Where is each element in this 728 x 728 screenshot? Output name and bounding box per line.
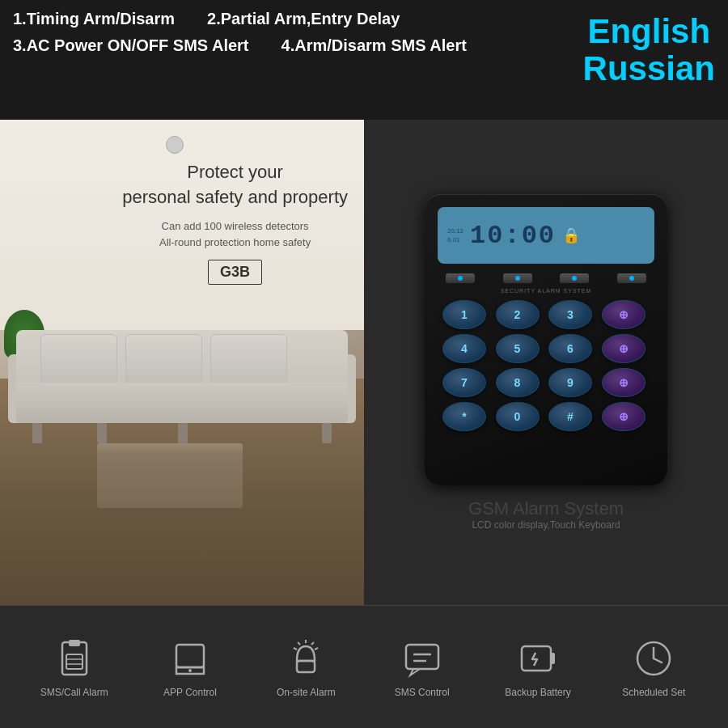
language-russian: Russian bbox=[583, 50, 715, 87]
sim-icon bbox=[52, 636, 96, 680]
ctrl-btn-4[interactable] bbox=[617, 273, 646, 283]
key-5[interactable]: 5 bbox=[496, 334, 540, 363]
svg-rect-18 bbox=[551, 653, 555, 664]
tablet-icon bbox=[167, 636, 212, 680]
room-text-overlay: Protect your personal safety and propert… bbox=[122, 160, 348, 285]
key-0[interactable]: 0 bbox=[496, 402, 540, 431]
feature-backup-battery: Backup Battery bbox=[489, 636, 586, 698]
svg-rect-5 bbox=[176, 645, 204, 667]
feature-3: 3.AC Power ON/OFF SMS Alert bbox=[13, 36, 249, 55]
key-7[interactable]: 7 bbox=[442, 368, 486, 397]
svg-rect-8 bbox=[297, 661, 315, 672]
svg-line-21 bbox=[654, 658, 662, 662]
backup-battery-label: Backup Battery bbox=[505, 687, 570, 698]
control-buttons bbox=[438, 273, 654, 283]
alarm-system-title: GSM Alarm System bbox=[468, 498, 624, 519]
key-2[interactable]: 2 bbox=[496, 300, 540, 329]
svg-line-12 bbox=[315, 648, 318, 650]
main-content: Protect your personal safety and propert… bbox=[0, 120, 728, 605]
room-tagline: Protect your personal safety and propert… bbox=[122, 160, 348, 210]
key-8[interactable]: 8 bbox=[496, 368, 540, 397]
alarm-device: 20.12 6.01 10:00 🔒 SECURITY ALARM SYSTEM… bbox=[425, 194, 667, 485]
svg-rect-1 bbox=[69, 640, 80, 646]
svg-line-13 bbox=[294, 648, 297, 650]
svg-rect-14 bbox=[406, 645, 438, 669]
coffee-table bbox=[97, 443, 243, 508]
sofa-seat bbox=[16, 383, 348, 423]
key-func3[interactable]: ⊕ bbox=[602, 368, 645, 397]
svg-line-10 bbox=[311, 642, 314, 645]
key-4[interactable]: 4 bbox=[442, 334, 486, 363]
room-subtitle: Can add 100 wireless detectors All-round… bbox=[122, 218, 348, 252]
feature-onsite-alarm: On-site Alarm bbox=[257, 636, 354, 698]
feature-app-control: APP Control bbox=[142, 636, 239, 698]
feature-scheduled-set: Scheduled Set bbox=[605, 636, 702, 698]
smoke-detector bbox=[166, 136, 184, 154]
lcd-screen: 20.12 6.01 10:00 🔒 bbox=[438, 207, 654, 264]
alarm-panel: 20.12 6.01 10:00 🔒 SECURITY ALARM SYSTEM… bbox=[364, 120, 728, 605]
feature-2: 2.Partial Arm,Entry Delay bbox=[207, 10, 400, 28]
sofa-leg-4 bbox=[322, 423, 332, 443]
feature-sms-call: SMS/Call Alarm bbox=[26, 636, 123, 698]
brand-label: SECURITY ALARM SYSTEM bbox=[438, 288, 654, 294]
sms-control-label: SMS Control bbox=[395, 687, 450, 698]
feature-1: 1.Timing Arm/Disarm bbox=[13, 10, 175, 28]
sofa-leg-3 bbox=[178, 423, 188, 443]
coffee-table-top bbox=[97, 443, 243, 453]
siren-icon bbox=[284, 636, 328, 680]
svg-point-7 bbox=[188, 669, 192, 672]
feature-row-1: 1.Timing Arm/Disarm 2.Partial Arm,Entry … bbox=[13, 10, 583, 28]
footer: SMS/Call Alarm APP Control bbox=[0, 605, 728, 728]
key-6[interactable]: 6 bbox=[548, 334, 592, 363]
alarm-title-text: GSM Alarm System LCD color display,Touch… bbox=[468, 498, 624, 531]
header-features: 1.Timing Arm/Disarm 2.Partial Arm,Entry … bbox=[13, 10, 583, 55]
sofa-cushion-left bbox=[40, 334, 117, 387]
sms-call-label: SMS/Call Alarm bbox=[40, 687, 108, 698]
ctrl-btn-2[interactable] bbox=[503, 273, 532, 283]
feature-4: 4.Arm/Disarm SMS Alert bbox=[281, 36, 467, 55]
key-func1[interactable]: ⊕ bbox=[602, 300, 645, 329]
sofa-leg-1 bbox=[32, 423, 42, 443]
scheduled-set-label: Scheduled Set bbox=[622, 687, 685, 698]
key-func2[interactable]: ⊕ bbox=[602, 334, 645, 363]
sofa-cushion-right bbox=[210, 334, 287, 387]
language-display: English Russian bbox=[583, 10, 715, 87]
keypad: 1 2 3 ⊕ 4 5 6 ⊕ 7 8 9 ⊕ * 0 # ⊕ bbox=[438, 300, 654, 431]
battery-icon bbox=[515, 636, 560, 680]
onsite-alarm-label: On-site Alarm bbox=[277, 687, 336, 698]
ctrl-btn-3[interactable] bbox=[560, 273, 589, 283]
feature-sms-control: SMS Control bbox=[374, 636, 471, 698]
lcd-lock-icon: 🔒 bbox=[562, 226, 580, 244]
language-english: English bbox=[583, 13, 715, 50]
clock-icon bbox=[632, 636, 676, 680]
key-hash[interactable]: # bbox=[548, 402, 592, 431]
sofa-leg-2 bbox=[97, 423, 107, 443]
room-panel: Protect your personal safety and propert… bbox=[0, 120, 364, 605]
ctrl-btn-1[interactable] bbox=[446, 273, 475, 283]
feature-row-2: 3.AC Power ON/OFF SMS Alert 4.Arm/Disarm… bbox=[13, 36, 583, 55]
lcd-time: 10:00 bbox=[470, 221, 556, 251]
svg-rect-2 bbox=[66, 654, 83, 669]
key-star[interactable]: * bbox=[442, 402, 486, 431]
sofa bbox=[16, 314, 348, 443]
app-control-label: APP Control bbox=[163, 687, 217, 698]
alarm-system-subtitle: LCD color display,Touch Keyboard bbox=[468, 519, 624, 531]
key-func4[interactable]: ⊕ bbox=[602, 402, 645, 431]
sms-icon bbox=[400, 636, 444, 680]
lcd-info: 20.12 6.01 bbox=[447, 226, 463, 244]
svg-line-11 bbox=[298, 642, 300, 645]
key-1[interactable]: 1 bbox=[442, 300, 486, 329]
sofa-cushion-center bbox=[125, 334, 202, 387]
header-bar: 1.Timing Arm/Disarm 2.Partial Arm,Entry … bbox=[0, 0, 728, 120]
key-3[interactable]: 3 bbox=[548, 300, 592, 329]
room-model: G3B bbox=[208, 260, 262, 285]
key-9[interactable]: 9 bbox=[548, 368, 592, 397]
